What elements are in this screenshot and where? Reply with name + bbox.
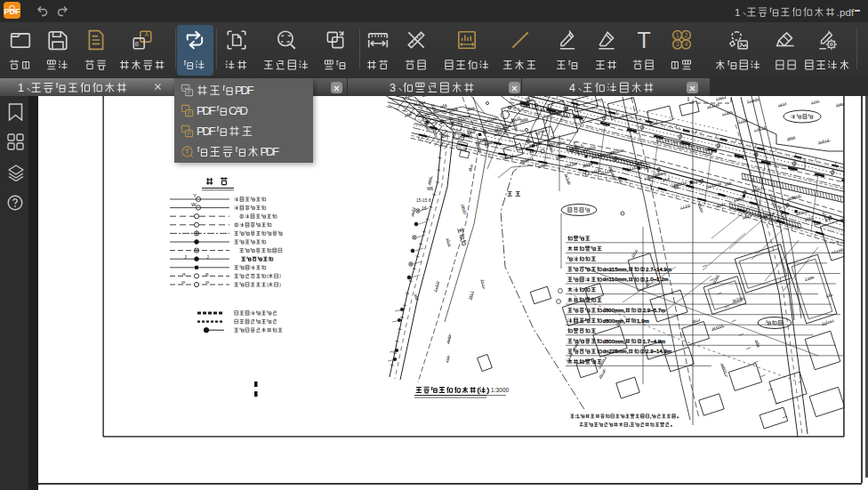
svg-text:): ) xyxy=(487,386,490,394)
svg-text:(: ( xyxy=(267,282,269,287)
svg-text:dn315mm,: dn315mm, xyxy=(603,267,629,272)
svg-text:): ) xyxy=(279,282,281,287)
svg-text:1: 1 xyxy=(676,32,679,38)
svg-text:PDF: PDF xyxy=(197,104,216,117)
svg-text:RL: RL xyxy=(182,272,187,277)
svg-text:J: J xyxy=(184,254,187,260)
svg-text:16: 16 xyxy=(422,205,427,211)
svg-text:dn225mm,: dn225mm, xyxy=(603,349,629,354)
svg-text:3: 3 xyxy=(390,82,396,94)
svg-text:2.9~5.7m: 2.9~5.7m xyxy=(643,308,665,313)
svg-text:W6: W6 xyxy=(427,186,433,191)
svg-text:4: 4 xyxy=(684,41,687,47)
svg-text:P: P xyxy=(188,110,191,116)
svg-text:PDF: PDF xyxy=(235,84,254,97)
svg-text:2.: 2. xyxy=(580,422,583,427)
svg-text:3: 3 xyxy=(676,41,679,47)
svg-text:): ) xyxy=(279,273,281,278)
svg-text:(: ( xyxy=(478,386,480,394)
svg-text:P: P xyxy=(188,131,191,136)
svg-text:PDF: PDF xyxy=(261,145,280,158)
svg-text:(: ( xyxy=(267,273,269,278)
svg-text:W: W xyxy=(191,202,197,207)
svg-text:PDF: PDF xyxy=(197,125,216,138)
svg-text:d800mm,: d800mm, xyxy=(603,339,626,344)
svg-text:,: , xyxy=(629,422,630,427)
svg-text:dn110mm,: dn110mm, xyxy=(603,277,629,282)
svg-text:1: 1 xyxy=(735,7,740,18)
svg-text:1:3000: 1:3000 xyxy=(491,387,510,393)
svg-text:DX: DX xyxy=(181,280,186,285)
svg-text:d600: d600 xyxy=(460,204,468,215)
svg-text:B: B xyxy=(135,41,139,47)
svg-text:DX: DX xyxy=(205,280,210,285)
svg-text:d800mm,: d800mm, xyxy=(603,308,626,313)
svg-text:1.9m: 1.9m xyxy=(637,318,649,324)
svg-text:Y: Y xyxy=(193,193,197,198)
svg-text:4: 4 xyxy=(569,82,575,94)
svg-text:d800mm,: d800mm, xyxy=(603,318,626,324)
svg-text:15-15.8: 15-15.8 xyxy=(416,198,431,203)
svg-text:T: T xyxy=(637,28,650,52)
svg-text:J: J xyxy=(206,254,209,260)
svg-text:2: 2 xyxy=(684,32,687,38)
svg-text:1.0~1.2m: 1.0~1.2m xyxy=(646,277,668,282)
svg-text:RL: RL xyxy=(205,272,210,277)
svg-text:2.9~14.9m: 2.9~14.9m xyxy=(646,349,671,354)
svg-text:P: P xyxy=(188,90,191,95)
svg-text:1.7~4.9m: 1.7~4.9m xyxy=(643,339,665,344)
svg-text:CAD: CAD xyxy=(229,104,248,117)
svg-text:1: 1 xyxy=(18,82,24,94)
svg-text:A: A xyxy=(145,31,149,37)
svg-text:.pdf: .pdf xyxy=(837,7,856,18)
svg-text:,: , xyxy=(650,414,651,419)
svg-text::1.: :1. xyxy=(575,414,581,419)
svg-text:2.7~14.9m: 2.7~14.9m xyxy=(646,267,671,272)
